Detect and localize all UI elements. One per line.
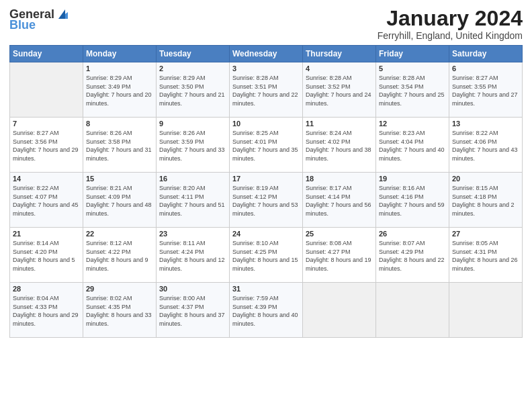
day-number: 22 xyxy=(86,230,153,238)
calendar-week-row: 7Sunrise: 8:27 AMSunset: 3:56 PMDaylight… xyxy=(10,118,523,173)
calendar-week-row: 21Sunrise: 8:14 AMSunset: 4:20 PMDayligh… xyxy=(10,228,523,283)
header: General Blue January 2024 Ferryhill, Eng… xyxy=(9,7,523,41)
calendar-week-row: 28Sunrise: 8:04 AMSunset: 4:33 PMDayligh… xyxy=(10,283,523,338)
day-info: Sunrise: 8:20 AMSunset: 4:11 PMDaylight:… xyxy=(159,184,226,218)
day-info: Sunrise: 8:04 AMSunset: 4:33 PMDaylight:… xyxy=(13,294,80,328)
calendar-header-sunday: Sunday xyxy=(10,46,83,62)
calendar-cell: 31Sunrise: 7:59 AMSunset: 4:39 PMDayligh… xyxy=(230,283,303,338)
day-number: 25 xyxy=(306,230,373,238)
calendar-header-wednesday: Wednesday xyxy=(230,46,303,62)
day-number: 7 xyxy=(13,120,80,128)
day-info: Sunrise: 8:11 AMSunset: 4:24 PMDaylight:… xyxy=(159,239,226,273)
day-info: Sunrise: 8:28 AMSunset: 3:51 PMDaylight:… xyxy=(232,74,300,107)
calendar-cell: 6Sunrise: 8:27 AMSunset: 3:55 PMDaylight… xyxy=(449,62,523,118)
day-number: 23 xyxy=(159,230,226,238)
day-info: Sunrise: 8:12 AMSunset: 4:22 PMDaylight:… xyxy=(86,239,153,273)
day-number: 31 xyxy=(232,285,300,293)
location-title: Ferryhill, England, United Kingdom xyxy=(378,30,523,41)
day-info: Sunrise: 8:26 AMSunset: 3:59 PMDaylight:… xyxy=(159,129,226,163)
calendar-cell xyxy=(376,283,449,338)
day-info: Sunrise: 8:29 AMSunset: 3:49 PMDaylight:… xyxy=(86,74,153,107)
calendar-cell: 22Sunrise: 8:12 AMSunset: 4:22 PMDayligh… xyxy=(83,228,157,283)
day-info: Sunrise: 8:24 AMSunset: 4:02 PMDaylight:… xyxy=(306,129,373,163)
calendar-cell: 25Sunrise: 8:08 AMSunset: 4:27 PMDayligh… xyxy=(303,228,376,283)
day-number: 28 xyxy=(13,285,80,293)
calendar-cell: 23Sunrise: 8:11 AMSunset: 4:24 PMDayligh… xyxy=(157,228,230,283)
day-number: 13 xyxy=(452,120,519,128)
day-number: 19 xyxy=(379,175,446,183)
day-number: 27 xyxy=(452,230,519,238)
calendar-cell: 5Sunrise: 8:28 AMSunset: 3:54 PMDaylight… xyxy=(376,62,449,118)
day-info: Sunrise: 8:23 AMSunset: 4:04 PMDaylight:… xyxy=(379,129,446,163)
day-number: 2 xyxy=(159,64,226,73)
calendar-cell: 29Sunrise: 8:02 AMSunset: 4:35 PMDayligh… xyxy=(83,283,157,338)
calendar-cell xyxy=(449,283,523,338)
day-info: Sunrise: 8:19 AMSunset: 4:12 PMDaylight:… xyxy=(232,184,300,218)
day-number: 26 xyxy=(379,230,446,238)
day-number: 9 xyxy=(159,120,226,128)
calendar-cell: 26Sunrise: 8:07 AMSunset: 4:29 PMDayligh… xyxy=(376,228,449,283)
day-number: 10 xyxy=(232,120,300,128)
day-info: Sunrise: 8:22 AMSunset: 4:07 PMDaylight:… xyxy=(13,184,80,218)
calendar-cell: 13Sunrise: 8:22 AMSunset: 4:06 PMDayligh… xyxy=(449,118,523,173)
calendar-cell: 9Sunrise: 8:26 AMSunset: 3:59 PMDaylight… xyxy=(157,118,230,173)
day-number: 8 xyxy=(86,120,153,128)
calendar-cell: 14Sunrise: 8:22 AMSunset: 4:07 PMDayligh… xyxy=(10,173,83,228)
svg-marker-1 xyxy=(58,9,65,19)
calendar-cell: 28Sunrise: 8:04 AMSunset: 4:33 PMDayligh… xyxy=(10,283,83,338)
calendar-header-friday: Friday xyxy=(376,46,449,62)
day-number: 3 xyxy=(232,64,300,73)
day-info: Sunrise: 8:26 AMSunset: 3:58 PMDaylight:… xyxy=(86,129,153,163)
page-container: General Blue January 2024 Ferryhill, Eng… xyxy=(0,0,532,345)
calendar-cell: 3Sunrise: 8:28 AMSunset: 3:51 PMDaylight… xyxy=(230,62,303,118)
calendar-cell: 2Sunrise: 8:29 AMSunset: 3:50 PMDaylight… xyxy=(157,62,230,118)
title-section: January 2024 Ferryhill, England, United … xyxy=(378,7,523,41)
logo-blue-text: Blue xyxy=(9,19,36,31)
day-info: Sunrise: 8:17 AMSunset: 4:14 PMDaylight:… xyxy=(306,184,373,218)
day-info: Sunrise: 8:28 AMSunset: 3:52 PMDaylight:… xyxy=(306,74,373,107)
calendar-cell: 16Sunrise: 8:20 AMSunset: 4:11 PMDayligh… xyxy=(157,173,230,228)
calendar-cell: 24Sunrise: 8:10 AMSunset: 4:25 PMDayligh… xyxy=(230,228,303,283)
day-number: 16 xyxy=(159,175,226,183)
day-info: Sunrise: 8:05 AMSunset: 4:31 PMDaylight:… xyxy=(452,239,519,273)
calendar-cell: 20Sunrise: 8:15 AMSunset: 4:18 PMDayligh… xyxy=(449,173,523,228)
calendar-table: SundayMondayTuesdayWednesdayThursdayFrid… xyxy=(9,45,523,338)
calendar-cell: 17Sunrise: 8:19 AMSunset: 4:12 PMDayligh… xyxy=(230,173,303,228)
calendar-cell: 30Sunrise: 8:00 AMSunset: 4:37 PMDayligh… xyxy=(157,283,230,338)
calendar-cell: 21Sunrise: 8:14 AMSunset: 4:20 PMDayligh… xyxy=(10,228,83,283)
day-info: Sunrise: 8:29 AMSunset: 3:50 PMDaylight:… xyxy=(159,74,226,107)
day-number: 12 xyxy=(379,120,446,128)
day-info: Sunrise: 8:27 AMSunset: 3:56 PMDaylight:… xyxy=(13,129,80,163)
day-info: Sunrise: 8:08 AMSunset: 4:27 PMDaylight:… xyxy=(306,239,373,273)
calendar-cell: 15Sunrise: 8:21 AMSunset: 4:09 PMDayligh… xyxy=(83,173,157,228)
day-info: Sunrise: 8:10 AMSunset: 4:25 PMDaylight:… xyxy=(232,239,300,273)
day-info: Sunrise: 7:59 AMSunset: 4:39 PMDaylight:… xyxy=(232,294,300,328)
calendar-cell: 7Sunrise: 8:27 AMSunset: 3:56 PMDaylight… xyxy=(10,118,83,173)
day-info: Sunrise: 8:22 AMSunset: 4:06 PMDaylight:… xyxy=(452,129,519,163)
calendar-cell xyxy=(303,283,376,338)
calendar-week-row: 14Sunrise: 8:22 AMSunset: 4:07 PMDayligh… xyxy=(10,173,523,228)
calendar-header-row: SundayMondayTuesdayWednesdayThursdayFrid… xyxy=(10,46,523,62)
day-number: 21 xyxy=(13,230,80,238)
calendar-header-tuesday: Tuesday xyxy=(157,46,230,62)
logo: General Blue xyxy=(9,7,71,31)
day-info: Sunrise: 8:28 AMSunset: 3:54 PMDaylight:… xyxy=(379,74,446,107)
day-info: Sunrise: 8:21 AMSunset: 4:09 PMDaylight:… xyxy=(86,184,153,218)
calendar-cell: 8Sunrise: 8:26 AMSunset: 3:58 PMDaylight… xyxy=(83,118,157,173)
calendar-cell: 11Sunrise: 8:24 AMSunset: 4:02 PMDayligh… xyxy=(303,118,376,173)
day-number: 29 xyxy=(86,285,153,293)
day-number: 4 xyxy=(306,64,373,73)
calendar-week-row: 1Sunrise: 8:29 AMSunset: 3:49 PMDaylight… xyxy=(10,62,523,118)
day-number: 11 xyxy=(306,120,373,128)
day-number: 5 xyxy=(379,64,446,73)
calendar-cell: 10Sunrise: 8:25 AMSunset: 4:01 PMDayligh… xyxy=(230,118,303,173)
day-info: Sunrise: 8:14 AMSunset: 4:20 PMDaylight:… xyxy=(13,239,80,273)
day-number: 24 xyxy=(232,230,300,238)
calendar-cell: 19Sunrise: 8:16 AMSunset: 4:16 PMDayligh… xyxy=(376,173,449,228)
day-number: 18 xyxy=(306,175,373,183)
day-number: 14 xyxy=(13,175,80,183)
day-number: 1 xyxy=(86,64,153,73)
month-title: January 2024 xyxy=(378,7,523,30)
day-info: Sunrise: 8:15 AMSunset: 4:18 PMDaylight:… xyxy=(452,184,519,218)
calendar-cell: 1Sunrise: 8:29 AMSunset: 3:49 PMDaylight… xyxy=(83,62,157,118)
